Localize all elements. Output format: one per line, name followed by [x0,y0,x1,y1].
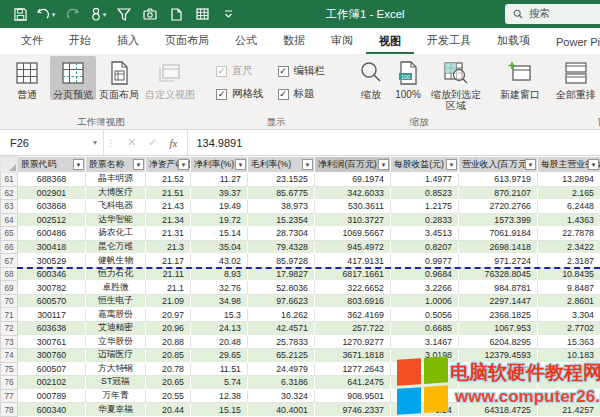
cell[interactable]: 29.65 [191,349,248,363]
normal-view-button[interactable]: 普通 [4,56,50,100]
cell[interactable]: 21.11 [146,267,191,281]
filter-dropdown-icon[interactable]: ▼ [178,159,189,170]
cell[interactable]: 1.0006 [391,294,459,308]
cell[interactable]: 15.15 [191,403,248,417]
column-header[interactable]: 每股主营业务收入▼ [538,157,600,173]
cell[interactable]: 14063.9432 [459,362,538,376]
cell[interactable]: 2297.1447 [459,294,538,308]
clip-icon[interactable]: ▾ [86,3,110,25]
formula-bar-checkbox[interactable]: ✓ 编辑栏 [278,64,326,78]
cell[interactable]: 13.2894 [538,173,600,187]
cell[interactable]: 984.8781 [459,281,538,295]
tab-插入[interactable]: 插入 [104,28,152,54]
cell[interactable]: 300761 [18,335,86,349]
column-header[interactable]: 净资产收益率(%)(▼ [146,157,191,173]
cell[interactable]: 昆仑万维 [86,240,146,254]
cell[interactable]: 19.72 [191,213,248,227]
zoom-100-button[interactable]: 100 100% [388,56,428,100]
tab-Power Pivot[interactable]: Power Pivot [543,31,600,54]
cell[interactable]: ST冠福 [86,376,146,390]
cell[interactable]: 6204.8295 [459,335,538,349]
cell[interactable]: 21.4257 [538,403,600,417]
cell[interactable] [391,376,459,390]
row-header[interactable]: 78 [1,403,18,417]
cell[interactable]: 1.2175 [391,200,459,214]
cell[interactable]: 3.24 [391,403,459,417]
redo-icon[interactable] [60,3,84,25]
cell[interactable]: 002901 [18,186,86,200]
row-header[interactable]: 73 [1,335,18,349]
cell[interactable]: 600340 [18,403,86,417]
cell[interactable]: 0.9684 [391,267,459,281]
cell[interactable]: 803.6916 [315,294,391,308]
cell[interactable]: 600507 [18,362,86,376]
cell[interactable]: 600570 [18,294,86,308]
enter-icon[interactable]: ✓ [148,136,157,149]
cell[interactable]: 20.88 [146,335,191,349]
cell[interactable]: 0.8523 [391,186,459,200]
cell[interactable]: 21.52 [146,173,191,187]
cell[interactable]: 342.6033 [315,186,391,200]
cell[interactable]: 40.4001 [248,403,315,417]
cell[interactable]: 21.3 [146,240,191,254]
column-header[interactable]: 每股收益(元)▼ [391,157,459,173]
cell[interactable]: 华夏幸福 [86,403,146,417]
cell[interactable]: 1573.399 [459,213,538,227]
ruler-checkbox[interactable]: ✓ 直尺 [216,64,264,78]
cell[interactable]: 大博医疗 [86,186,146,200]
cell[interactable]: 64318.4725 [459,403,538,417]
cell[interactable]: 2.3422 [538,240,600,254]
cell[interactable]: 迈瑞医疗 [86,349,146,363]
cell[interactable]: 600486 [18,227,86,241]
tab-数据[interactable]: 数据 [270,28,318,54]
cell[interactable]: 22.7878 [538,227,600,241]
cell[interactable]: 方大特钢 [86,362,146,376]
headings-checkbox[interactable]: ✓ 标题 [278,87,326,101]
cell[interactable]: 21.51 [146,186,191,200]
cell[interactable] [391,362,459,376]
cell[interactable]: 21.34 [146,213,191,227]
cell[interactable]: 20.48 [191,335,248,349]
cell[interactable]: 38.973 [248,200,315,214]
row-header[interactable]: 67 [1,254,18,268]
cell[interactable]: 10.8435 [538,267,600,281]
cell[interactable]: 5.74 [191,376,248,390]
cell[interactable]: 79.4328 [248,240,315,254]
cell[interactable]: 1.4363 [538,213,600,227]
cell[interactable]: 3.304 [538,308,600,322]
select-all-corner[interactable] [1,157,18,173]
cell[interactable]: 34.98 [191,294,248,308]
cell[interactable]: 12379.4593 [459,349,538,363]
cell[interactable]: 300782 [18,281,86,295]
row-header[interactable]: 63 [1,200,18,214]
cell[interactable]: 15.2354 [248,213,315,227]
cell[interactable]: 11.27 [191,173,248,187]
cell[interactable]: 613.9719 [459,173,538,187]
filter-icon[interactable] [112,3,136,25]
cell[interactable]: 3.0198 [391,349,459,363]
row-header[interactable]: 69 [1,281,18,295]
row-header[interactable]: 71 [1,308,18,322]
cell[interactable]: 9746.2337 [315,403,391,417]
column-header[interactable]: 股票名称▼ [86,157,146,173]
arrange-all-button[interactable]: 全部重排 [548,56,600,100]
name-box[interactable]: F26 ▾ [0,130,104,155]
cell[interactable]: 2.7702 [538,322,600,336]
cell[interactable]: 0.5056 [391,308,459,322]
cell[interactable]: 艾迪精密 [86,322,146,336]
cell[interactable]: 69.1974 [315,173,391,187]
cell[interactable]: 310.3727 [315,213,391,227]
cell[interactable]: 6817.1661 [315,267,391,281]
cell[interactable]: 3.2266 [391,281,459,295]
cell[interactable]: 35.04 [191,240,248,254]
cell[interactable]: 2368.1825 [459,308,538,322]
cell[interactable]: 20.65 [146,376,191,390]
cell[interactable]: 健帆生物 [86,254,146,268]
table-icon[interactable] [190,3,214,25]
filter-dropdown-icon[interactable]: ▼ [133,159,144,170]
cell[interactable]: 17.9827 [248,267,315,281]
cell[interactable]: 42.4571 [248,322,315,336]
row-header[interactable]: 64 [1,213,18,227]
page-layout-view-button[interactable]: 页面布局 [96,56,142,100]
cell[interactable] [391,389,459,403]
